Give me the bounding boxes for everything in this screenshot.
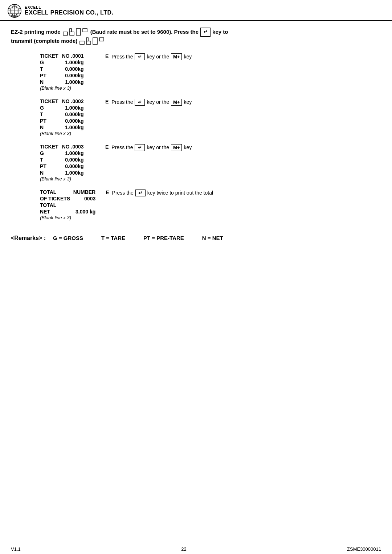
instr-text-total: Press the ↵ key twice to print out the t… <box>112 190 213 196</box>
label-g-2: G <box>40 105 61 111</box>
label-of-tickets: OF TICKETS <box>40 195 73 202</box>
remark-t: T = TARE <box>101 235 125 241</box>
label-t-2: T <box>40 111 61 118</box>
val-t-2: 0.000kg <box>61 111 87 118</box>
val-total-number: NUMBER <box>73 189 98 195</box>
enter-key-title: ↵ <box>200 28 211 37</box>
val-of-tickets: 0003 <box>73 195 98 202</box>
table-row: N 1.000kg <box>40 170 87 176</box>
enter-key-total: ↵ <box>135 190 146 196</box>
label-g-3: G <box>40 150 61 156</box>
enter-key-1: ↵ <box>135 53 145 60</box>
baud-rate-text: (Baud rate must be set to 9600). Press t… <box>90 28 199 36</box>
instruction-3: E Press the ↵ key or the M+ key <box>105 143 192 151</box>
ticket-block-1: TICKET NO .0001 G 1.000kg T 0.000kg PT <box>40 53 381 91</box>
remarks-section: <Remarks> : G = GROSS T = TARE PT = PRE-… <box>11 231 381 241</box>
svg-text:EXCELL: EXCELL <box>11 15 18 17</box>
val-ticket-no-2: NO .0002 <box>61 98 87 105</box>
svg-rect-10 <box>83 29 87 32</box>
table-row: G 1.000kg <box>40 59 87 66</box>
table-row: NET 3.000 kg <box>40 208 98 215</box>
ticket-block-2: TICKET NO .0002 G 1.000kg T 0.000kg PT <box>40 98 381 136</box>
mplus-key-3: M+ <box>171 144 182 151</box>
footer: V1.1 22 ZSME30000011 <box>0 544 392 554</box>
label-n-3: N <box>40 170 61 176</box>
instr-text-3: Press the ↵ key or the M+ key <box>111 144 192 151</box>
svg-rect-8 <box>70 29 72 32</box>
val-g-3: 1.000kg <box>61 150 87 156</box>
label-pt: PT <box>40 72 61 79</box>
enter-key-2: ↵ <box>135 99 145 106</box>
ticket-data-1: TICKET NO .0001 G 1.000kg T 0.000kg PT <box>40 53 98 91</box>
val-ticket-no: NO .0001 <box>61 53 87 59</box>
enter-key-3: ↵ <box>135 144 145 151</box>
val-n: 1.000kg <box>61 79 87 85</box>
table-row: TICKET NO .0003 <box>40 143 87 150</box>
e-label-total: E <box>106 190 109 195</box>
title-line2: transmit (complete mode) <box>11 37 381 45</box>
label-n-2: N <box>40 124 61 131</box>
transmit-text: transmit (complete mode) <box>11 37 77 45</box>
instruction-2: E Press the ↵ key or the M+ key <box>105 98 192 106</box>
table-row: PT 0.000kg <box>40 72 87 79</box>
table-row: T 0.000kg <box>40 156 87 163</box>
instr-text-1: Press the ↵ key or the M+ key <box>111 53 192 60</box>
tickets-area: TICKET NO .0001 G 1.000kg T 0.000kg PT <box>40 53 381 220</box>
table-row: TOTAL <box>40 202 98 208</box>
footer-version: V1.1 <box>11 546 21 552</box>
mplus-key-1: M+ <box>171 53 182 60</box>
e-label-1: E <box>105 53 109 59</box>
label-t: T <box>40 66 61 72</box>
ticket-block-total: TOTAL NUMBER OF TICKETS 0003 TOTAL NE <box>40 189 381 220</box>
val-n-3: 1.000kg <box>61 170 87 176</box>
table-row: TICKET NO .0002 <box>40 98 87 105</box>
instruction-total: E Press the ↵ key twice to print out the… <box>106 189 213 196</box>
val-total2 <box>73 202 98 208</box>
ticket-data-total: TOTAL NUMBER OF TICKETS 0003 TOTAL NE <box>40 189 98 220</box>
e-label-2: E <box>105 99 109 105</box>
label-net: NET <box>40 208 73 215</box>
val-ticket-no-3: NO .0003 <box>61 143 87 150</box>
table-row: PT 0.000kg <box>40 118 87 124</box>
header: EXCELL EXCELL EXCELL PRECISION CO., LTD. <box>0 0 392 21</box>
ticket-block-3: TICKET NO .0003 G 1.000kg T 0.000kg PT <box>40 143 381 182</box>
blank-line-total: (Blank line x 3) <box>40 215 98 220</box>
remarks-items: G = GROSS T = TARE PT = PRE-TARE N = NET <box>53 235 223 241</box>
svg-rect-15 <box>99 38 104 41</box>
table-row: TICKET NO .0001 <box>40 53 87 59</box>
mplus-key-2: M+ <box>171 99 182 106</box>
table-row: TOTAL NUMBER <box>40 189 98 195</box>
title-section: EZ-2 printing mode (Baud rate must be se… <box>11 28 381 45</box>
excell-logo-icon: EXCELL <box>7 4 22 18</box>
table-row: G 1.000kg <box>40 150 87 156</box>
blank-line-2: (Blank line x 3) <box>40 131 98 136</box>
label-total: TOTAL <box>40 189 73 195</box>
company-name-block: EXCELL EXCELL PRECISION CO., LTD. <box>25 6 113 16</box>
label-pt-2: PT <box>40 118 61 124</box>
val-t-3: 0.000kg <box>61 156 87 163</box>
display-chars-1 <box>63 28 88 36</box>
table-row: N 1.000kg <box>40 79 87 85</box>
main-content: EZ-2 printing mode (Baud rate must be se… <box>0 21 392 263</box>
val-pt-2: 0.000kg <box>61 118 87 124</box>
footer-doc-id: ZSME30000011 <box>347 546 381 552</box>
ticket-table-3: TICKET NO .0003 G 1.000kg T 0.000kg PT <box>40 143 87 176</box>
val-net: 3.000 kg <box>73 208 98 215</box>
key-to-text: key to <box>212 28 228 36</box>
val-t: 0.000kg <box>61 66 87 72</box>
remark-pt: PT = PRE-TARE <box>143 235 184 241</box>
ticket-row-1: TICKET NO .0001 G 1.000kg T 0.000kg PT <box>40 53 381 91</box>
remark-n: N = NET <box>202 235 223 241</box>
remark-g: G = GROSS <box>53 235 83 241</box>
display-chars-2 <box>79 37 105 45</box>
val-n-2: 1.000kg <box>61 124 87 131</box>
ez2-prefix: EZ-2 printing mode <box>11 28 61 36</box>
svg-rect-7 <box>70 32 74 35</box>
table-row: OF TICKETS 0003 <box>40 195 98 202</box>
ticket-row-3: TICKET NO .0003 G 1.000kg T 0.000kg PT <box>40 143 381 182</box>
table-row: G 1.000kg <box>40 105 87 111</box>
instr-text-2: Press the ↵ key or the M+ key <box>111 99 192 106</box>
logo-container: EXCELL EXCELL EXCELL PRECISION CO., LTD. <box>7 4 113 18</box>
label-n: N <box>40 79 61 85</box>
val-pt-3: 0.000kg <box>61 163 87 170</box>
